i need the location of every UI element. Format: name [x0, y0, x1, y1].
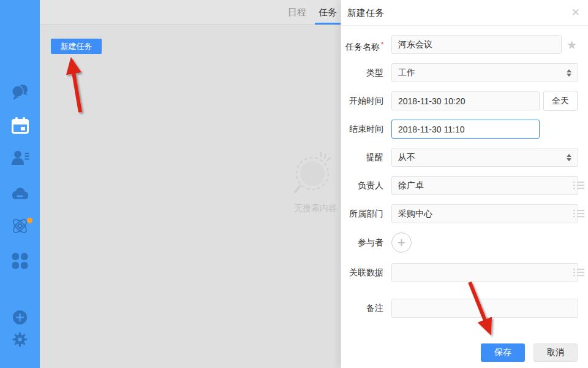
required-asterisk: * [380, 40, 383, 49]
type-label: 类型 [341, 63, 383, 83]
add-participant-button[interactable]: + [391, 232, 412, 253]
task-name-input[interactable] [391, 35, 562, 54]
start-time-input[interactable] [391, 91, 540, 110]
type-row: 类型 工作 [341, 63, 588, 83]
reminder-select[interactable]: 从不 [391, 148, 578, 167]
notes-row: 备注 [341, 299, 588, 319]
sidebar [0, 0, 40, 368]
department-label: 所属部门 [341, 204, 383, 224]
start-time-row: 开始时间 全天 [341, 91, 588, 112]
type-select[interactable]: 工作 [391, 63, 578, 82]
reminder-label: 提醒 [341, 148, 383, 168]
grid-icon[interactable] [0, 253, 40, 269]
app-window: 日程 任务 新建任务 无搜索内容 [0, 0, 588, 368]
cloud-icon[interactable] [0, 186, 40, 200]
list-picker-icon[interactable] [573, 181, 584, 190]
end-time-input[interactable] [391, 120, 540, 139]
owner-label: 负责人 [341, 176, 383, 196]
notification-badge [27, 218, 32, 223]
cancel-button[interactable]: 取消 [533, 343, 578, 362]
reminder-select-value: 从不 [398, 152, 415, 162]
panel-title: 新建任务 [347, 0, 384, 25]
owner-input[interactable] [391, 176, 578, 195]
end-time-row: 结束时间 [341, 120, 588, 140]
reminder-row: 提醒 从不 [341, 148, 588, 168]
end-time-label: 结束时间 [341, 120, 383, 140]
department-input[interactable] [391, 204, 578, 223]
related-data-row: 关联数据 [341, 263, 588, 283]
department-row: 所属部门 [341, 204, 588, 224]
close-icon[interactable]: ✕ [571, 0, 580, 25]
participants-row: 参与者 + [341, 233, 588, 253]
notes-input[interactable] [391, 299, 578, 318]
related-data-label: 关联数据 [341, 263, 383, 283]
updown-arrows-icon [567, 153, 572, 162]
chat-icon[interactable] [0, 83, 40, 101]
calendar-icon[interactable] [0, 117, 40, 134]
participants-label: 参与者 [341, 233, 383, 253]
gear-icon[interactable] [0, 332, 40, 347]
tab-schedule[interactable]: 日程 [288, 0, 306, 25]
tab-task[interactable]: 任务 [318, 0, 337, 25]
contacts-icon[interactable] [0, 150, 40, 166]
list-picker-icon[interactable] [573, 209, 584, 218]
type-select-value: 工作 [398, 67, 415, 77]
save-button[interactable]: 保存 [481, 343, 525, 362]
owner-row: 负责人 [341, 176, 588, 196]
all-day-button[interactable]: 全天 [543, 91, 578, 111]
task-name-row: 任务名称* ★ [341, 35, 588, 55]
panel-header: 新建任务 ✕ [341, 0, 588, 26]
atom-icon[interactable] [0, 216, 40, 236]
updown-arrows-icon [567, 69, 572, 77]
notes-label: 备注 [341, 299, 383, 319]
related-data-input[interactable] [391, 263, 578, 282]
plus-icon[interactable] [0, 310, 40, 325]
list-picker-icon[interactable] [573, 268, 584, 277]
search-empty-icon [291, 151, 340, 197]
active-tab-underline [315, 23, 343, 25]
task-name-label: 任务名称* [341, 35, 383, 55]
new-task-button[interactable]: 新建任务 [51, 39, 102, 54]
star-icon[interactable]: ★ [567, 37, 577, 54]
start-time-label: 开始时间 [341, 91, 383, 112]
new-task-panel: 新建任务 ✕ 任务名称* ★ 类型 工作 开始时间 全天 结束时间 [341, 0, 588, 368]
